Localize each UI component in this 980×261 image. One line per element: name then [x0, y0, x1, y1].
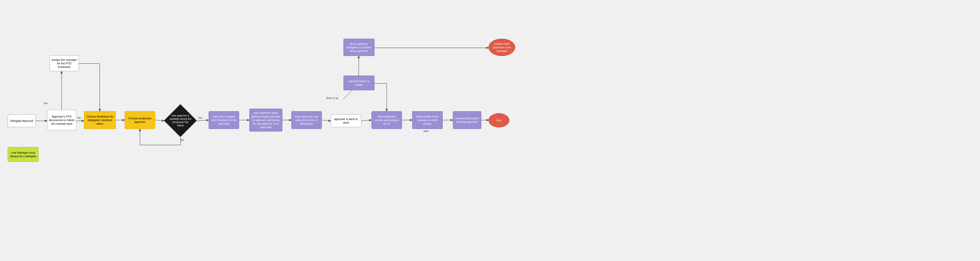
temp-approver-delegates-node: temp approver delegates to another temp …: [344, 39, 374, 56]
svg-marker-16: [164, 104, 197, 137]
svg-line-9: [361, 120, 371, 121]
new-approver-starts-node: new approver starts getting emails and a…: [249, 108, 282, 132]
send-emails-label: send emails of the changes to both parti…: [414, 115, 441, 126]
assign-line-manager-label: Assign line manager for the PTO timefram…: [51, 58, 77, 69]
main-approver-revoke-node: Main Approver revoke permissions via UI: [371, 111, 402, 129]
contact-main-node: contact main approver or its manager: [488, 39, 515, 56]
send-emails-node: send emails of the changes to both parti…: [412, 111, 443, 129]
delegate-approval-node: Delegate Approval: [8, 115, 36, 127]
remove-permission-label: remove permission of temp approver: [455, 116, 480, 124]
approver-back-label: approver is back to work: [332, 117, 360, 125]
main-approver-extend-node: main approver can extend the time of del…: [291, 111, 322, 129]
line-manager-note-node: Line Manager must always be a delegate: [8, 147, 39, 162]
connections-layer: [0, 0, 980, 261]
new-approver-starts-label: new approver starts getting emails and a…: [251, 111, 281, 129]
yes1-label: yes: [44, 102, 48, 105]
main-approver-revoke-label: Main Approver revoke permissions via UI: [373, 115, 400, 126]
svg-line-8: [322, 120, 331, 121]
end-node-label: End: [496, 119, 501, 122]
assign-line-manager-node: Assign line manager for the PTO timefram…: [49, 56, 79, 71]
contact-main-label: contact main approver or its manager: [490, 42, 514, 53]
temp-approver-delegates-label: temp approver delegates to another temp …: [345, 42, 373, 53]
no1-label: No: [78, 116, 81, 119]
approvers-pto-node: Approver's PTO discovered on Hibob w/o m…: [47, 110, 76, 130]
choose-timeframe-node: Choose timeframe for delegation start/en…: [84, 111, 116, 129]
approvers-pto-label: Approver's PTO discovered on Hibob w/o m…: [49, 115, 75, 126]
line-manager-note-label: Line Manager must always be a delegate: [10, 151, 37, 158]
no2-label: No: [181, 138, 184, 142]
svg-line-5: [197, 120, 208, 121]
store-changes-node: store the changes and schedule for the s…: [208, 111, 239, 129]
store-changes-label: store the changes and schedule for the s…: [210, 115, 237, 126]
backend-timer-ended-label: backend timer is ended: [345, 80, 373, 87]
timer-is-up-label: timer is up: [326, 97, 338, 99]
end-node: End: [488, 113, 509, 127]
new-approver-diamond: new approver is available during the tim…: [164, 104, 197, 137]
choose-temp-approver-label: Choose temporary approver: [126, 116, 153, 124]
delegate-approval-label: Delegate Approval: [10, 119, 33, 123]
flowchart-canvas: Delegate Approval Assign line manager fo…: [0, 0, 980, 261]
yes2-label: Yes: [198, 116, 202, 119]
backend-timer-ended-node: backend timer is ended: [344, 76, 374, 90]
choose-temp-approver-node: Choose temporary approver: [125, 111, 155, 129]
remove-permission-node: remove permission of temp approver: [453, 111, 481, 129]
approver-back-node: approver is back to work: [331, 115, 361, 127]
both-label: both: [423, 130, 428, 132]
choose-timeframe-label: Choose timeframe for delegation start/en…: [86, 115, 114, 126]
svg-line-4: [155, 120, 164, 121]
main-approver-extend-label: main approver can extend the time of del…: [293, 115, 320, 126]
